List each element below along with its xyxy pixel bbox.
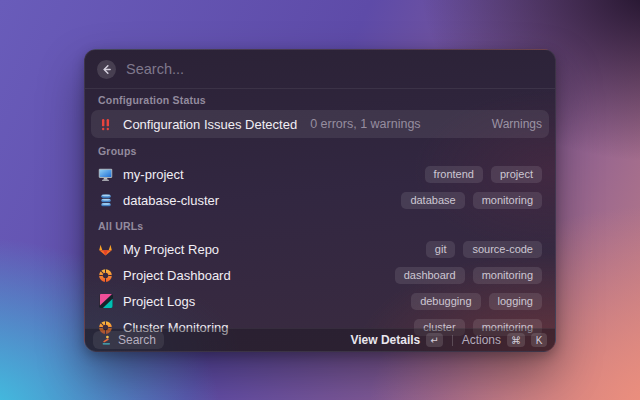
footer-command-label: Search	[118, 333, 156, 347]
gitlab-icon	[98, 242, 113, 257]
tag: project	[491, 166, 542, 183]
list-item-my-project-repo[interactable]: My Project Repo git source-code	[91, 236, 549, 262]
section-header-configuration-status: Configuration Status	[91, 94, 549, 106]
kibana-icon	[98, 294, 113, 309]
list-item-configuration-issues[interactable]: Configuration Issues Detected 0 errors, …	[91, 110, 549, 138]
launcher-window: Configuration Status Configuration Issue…	[84, 49, 556, 352]
item-tags: git source-code	[426, 241, 542, 258]
tag: frontend	[425, 166, 483, 183]
search-divider	[85, 88, 555, 89]
tag: monitoring	[473, 267, 542, 284]
back-arrow-icon	[101, 64, 112, 75]
cmd-key-badge[interactable]: ⌘	[507, 333, 525, 347]
footer-command[interactable]: Search	[93, 331, 164, 349]
grafana-icon	[98, 268, 113, 283]
item-accessory: Warnings	[492, 117, 542, 131]
tag: monitoring	[473, 192, 542, 209]
item-title: database-cluster	[123, 193, 219, 208]
item-subtitle: 0 errors, 1 warnings	[310, 117, 420, 131]
footer-actions: View Details ↵ Actions ⌘ K	[350, 333, 547, 347]
tag: logging	[489, 293, 542, 310]
list-item-database-cluster[interactable]: database-cluster database monitoring	[91, 187, 549, 213]
tag: dashboard	[395, 267, 465, 284]
item-title: My Project Repo	[123, 242, 219, 257]
return-key-badge[interactable]: ↵	[426, 333, 442, 347]
item-title: Project Dashboard	[123, 268, 231, 283]
tag: debugging	[411, 293, 480, 310]
search-input[interactable]	[126, 61, 543, 77]
extension-icon	[101, 335, 112, 346]
results-list: Configuration Status Configuration Issue…	[85, 94, 555, 340]
footer-actions-divider	[452, 335, 453, 346]
list-item-project-dashboard[interactable]: Project Dashboard dashboard monitoring	[91, 262, 549, 288]
section-header-groups: Groups	[91, 145, 549, 157]
item-title: my-project	[123, 167, 184, 182]
tag: git	[426, 241, 456, 258]
item-title: Configuration Issues Detected	[123, 117, 297, 132]
item-tags: dashboard monitoring	[395, 267, 542, 284]
footer-bar: Search View Details ↵ Actions ⌘ K	[85, 328, 555, 351]
actions-menu-action[interactable]: Actions	[462, 333, 501, 347]
list-item-project-logs[interactable]: Project Logs debugging logging	[91, 288, 549, 314]
tag: source-code	[463, 241, 542, 258]
section-header-all-urls: All URLs	[91, 220, 549, 232]
back-button[interactable]	[97, 60, 116, 79]
double-exclamation-icon	[98, 117, 113, 132]
desktop-computer-icon	[98, 167, 113, 182]
item-title: Project Logs	[123, 294, 195, 309]
item-tags: debugging logging	[411, 293, 542, 310]
tag: database	[401, 192, 464, 209]
view-details-action[interactable]: View Details	[350, 333, 420, 347]
item-tags: database monitoring	[401, 192, 542, 209]
item-tags: frontend project	[425, 166, 542, 183]
list-item-my-project[interactable]: my-project frontend project	[91, 161, 549, 187]
k-key-badge[interactable]: K	[531, 333, 547, 347]
search-bar	[85, 50, 555, 88]
database-icon	[98, 193, 113, 208]
